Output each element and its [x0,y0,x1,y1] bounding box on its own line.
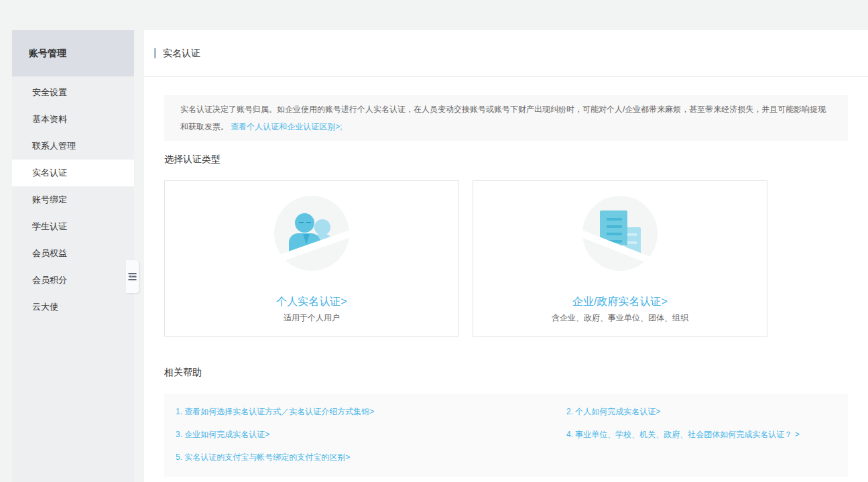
sidebar-item-cloud-ambassador[interactable]: 云大使 [12,294,134,320]
sidebar-collapse-toggle[interactable] [126,260,139,293]
help-link-2[interactable]: 2. 个人如何完成实名认证> [566,400,836,423]
notice-banner: 实名认证决定了账号归属。如企业使用的账号进行个人实名认证，在人员变动交接账号或账… [164,95,848,141]
sidebar-item-contact-management[interactable]: 联系人管理 [12,133,134,160]
account-management-page: { "sidebar": { "header": "账号管理", "items"… [0,0,868,482]
title-accent-bar [154,48,156,58]
buildings-icon [582,196,658,271]
sidebar-item-basic-profile[interactable]: 基本资料 [12,106,134,133]
auth-type-cards: 个人实名认证> 适用于个人用户 企业/政府实名认证> 含企业、政府、事业单位、团… [164,180,848,337]
personal-auth-card[interactable]: 个人实名认证> 适用于个人用户 [164,180,459,337]
sidebar-header: 账号管理 [12,30,134,76]
sidebar-item-security-settings[interactable]: 安全设置 [12,79,134,106]
help-link-1[interactable]: 1. 查看如何选择实名认证方式／实名认证介绍方式集锦> [176,400,566,423]
sidebar-item-member-points[interactable]: 会员积分 [12,267,134,294]
page-header: 实名认证 [144,30,868,77]
main-content: 实名认证 实名认证决定了账号归属。如企业使用的账号进行个人实名认证，在人员变动交… [144,30,868,482]
help-link-4[interactable]: 4. 事业单位、学校、机关、政府、社会团体如何完成实名认证？ > [566,423,836,446]
sidebar-item-account-binding[interactable]: 账号绑定 [12,186,134,213]
notice-difference-link[interactable]: 查看个人认证和企业认证区别>; [231,122,342,131]
personal-auth-subtitle: 适用于个人用户 [165,312,458,324]
person-icon [274,196,349,271]
choose-type-heading: 选择认证类型 [164,154,848,166]
sidebar-item-real-name-auth[interactable]: 实名认证 [12,160,134,186]
help-heading: 相关帮助 [164,367,848,379]
personal-auth-link[interactable]: 个人实名认证> [276,294,347,309]
enterprise-auth-card[interactable]: 企业/政府实名认证> 含企业、政府、事业单位、团体、组织 [473,180,767,337]
enterprise-auth-subtitle: 含企业、政府、事业单位、团体、组织 [473,312,767,324]
sidebar: 账号管理 安全设置 基本资料 联系人管理 实名认证 账号绑定 学生认证 会员权益… [12,30,134,482]
sidebar-item-member-benefits[interactable]: 会员权益 [12,240,134,267]
sidebar-menu: 安全设置 基本资料 联系人管理 实名认证 账号绑定 学生认证 会员权益 会员积分… [12,76,134,320]
sidebar-item-student-auth[interactable]: 学生认证 [12,213,134,240]
collapse-menu-icon [128,272,137,281]
help-link-3[interactable]: 3. 企业如何完成实名认证> [176,423,566,446]
help-links-panel: 1. 查看如何选择实名认证方式／实名认证介绍方式集锦> 2. 个人如何完成实名认… [164,394,848,477]
help-links-spacer [566,446,836,469]
page-title: 实名认证 [163,48,200,60]
help-link-5[interactable]: 5. 实名认证的支付宝与帐号绑定的支付宝的区别> [176,446,566,469]
enterprise-auth-link[interactable]: 企业/政府实名认证> [572,294,668,309]
